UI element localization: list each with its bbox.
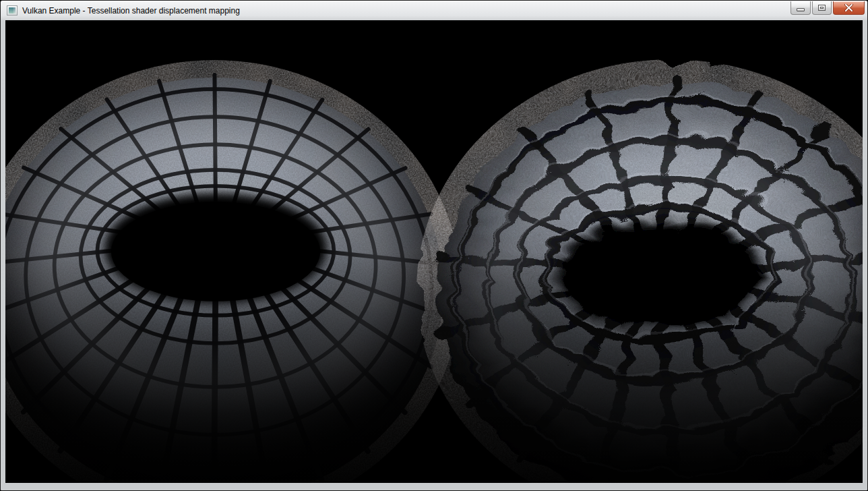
maximize-button[interactable]	[812, 1, 832, 15]
titlebar[interactable]: Vulkan Example - Tessellation shader dis…	[1, 1, 867, 20]
maximize-icon	[818, 5, 826, 11]
vulkan-example-window: Vulkan Example - Tessellation shader dis…	[0, 0, 868, 491]
render-viewport[interactable]	[5, 20, 863, 483]
minimize-icon	[797, 8, 805, 11]
window-controls	[790, 1, 865, 15]
close-button[interactable]	[833, 1, 865, 15]
scene-svg	[5, 20, 863, 483]
window-title: Vulkan Example - Tessellation shader dis…	[22, 6, 240, 16]
close-icon	[844, 4, 853, 11]
app-icon[interactable]	[7, 5, 18, 16]
app-icon-pane	[13, 7, 16, 13]
app-icon-pane	[9, 7, 13, 13]
vignette-overlay	[5, 20, 863, 483]
minimize-button[interactable]	[790, 1, 811, 15]
